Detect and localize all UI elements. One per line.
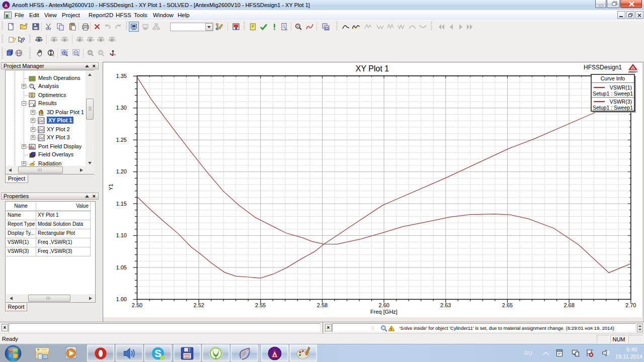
svg-text:2.58: 2.58 xyxy=(317,302,328,308)
svg-text:2.55: 2.55 xyxy=(255,302,266,308)
svg-text:!: ! xyxy=(390,327,392,331)
svg-text:VSWR(3): VSWR(3) xyxy=(610,99,632,105)
svg-text:1.20: 1.20 xyxy=(116,168,127,174)
svg-text:2.63: 2.63 xyxy=(440,302,451,308)
svg-text:2.50: 2.50 xyxy=(132,302,142,308)
svg-text:2.65: 2.65 xyxy=(502,302,513,308)
svg-text:Curve Info: Curve Info xyxy=(601,75,625,81)
svg-text:ANSOFT: ANSOFT xyxy=(628,71,638,73)
svg-text:Y1: Y1 xyxy=(108,184,114,190)
svg-text:1.10: 1.10 xyxy=(116,232,127,238)
svg-text:2.68: 2.68 xyxy=(564,302,574,308)
svg-text:XY Plot 1: XY Plot 1 xyxy=(356,64,389,73)
svg-text:?: ? xyxy=(22,37,25,43)
svg-text:2.70: 2.70 xyxy=(625,302,636,308)
svg-text:1.15: 1.15 xyxy=(116,201,127,207)
svg-text:2.60: 2.60 xyxy=(378,302,389,308)
svg-text:1.35: 1.35 xyxy=(116,73,127,79)
svg-text:1.00: 1.00 xyxy=(116,296,127,302)
svg-text:Setup1 : Sweep1: Setup1 : Sweep1 xyxy=(593,90,633,97)
svg-text:HFSSDesign1: HFSSDesign1 xyxy=(584,64,622,71)
svg-text:1.05: 1.05 xyxy=(116,264,127,270)
svg-text:1.25: 1.25 xyxy=(116,137,127,143)
svg-text:Setup1 : Sweep1: Setup1 : Sweep1 xyxy=(593,105,633,111)
svg-text:VSWR(1): VSWR(1) xyxy=(610,84,632,90)
svg-text:?: ? xyxy=(13,37,16,44)
svg-text:Freq [GHz]: Freq [GHz] xyxy=(370,309,397,315)
svg-text:2.52: 2.52 xyxy=(193,302,204,308)
svg-text:1.30: 1.30 xyxy=(116,105,127,111)
